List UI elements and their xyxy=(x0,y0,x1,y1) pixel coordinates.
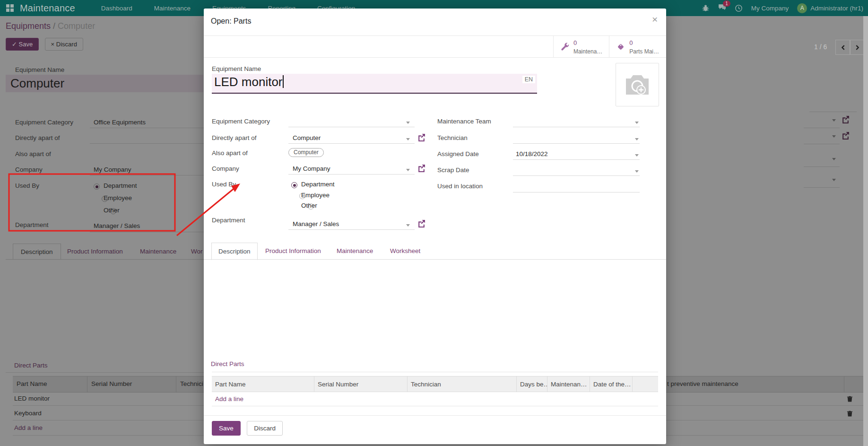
bg-radio-department[interactable] xyxy=(94,184,100,190)
bg-field-value[interactable]: My Company xyxy=(94,166,131,173)
bg-tab-product-information[interactable]: Product Information xyxy=(67,248,123,255)
breadcrumb-current: Computer xyxy=(58,21,95,31)
modal-maintenance-team-field[interactable] xyxy=(513,127,640,127)
bg-col-part-name[interactable]: Part Name xyxy=(13,376,87,392)
modal-discard-button[interactable]: Discard xyxy=(247,421,283,436)
modal-equipment-name-label: Equipment Name xyxy=(212,65,261,72)
external-link-icon[interactable] xyxy=(417,219,425,227)
messages-count-badge: 1 xyxy=(723,0,730,7)
modal-technician-label: Technician xyxy=(437,134,468,141)
col-serial-number[interactable]: Serial Number xyxy=(314,376,408,392)
modal-maintenance-team-label: Maintenance Team xyxy=(437,118,491,125)
parts-count: 0 xyxy=(629,39,633,46)
modal-used-by-label: Used By xyxy=(212,181,236,188)
modal-equipment-category-label: Equipment Category xyxy=(212,118,270,125)
messages-icon[interactable]: 1 xyxy=(718,3,726,13)
maintenance-stat-button[interactable]: 0Maintena… xyxy=(553,36,609,58)
parts-stat-label: Parts Mai… xyxy=(629,48,659,55)
equipment-image-placeholder[interactable] xyxy=(616,63,659,106)
modal-direct-parts-title: Direct Parts xyxy=(211,360,244,367)
bg-radio-label: Department xyxy=(104,182,137,189)
modal-technician-field[interactable] xyxy=(513,143,640,144)
pager-previous-button[interactable] xyxy=(835,40,851,55)
bg-field-value[interactable]: Office Equipments xyxy=(94,119,146,126)
bg-col-technician[interactable]: Technici xyxy=(176,376,204,392)
modal-used-in-location-label: Used in location xyxy=(437,183,483,190)
wrench-icon xyxy=(560,42,570,52)
apps-grid-icon[interactable] xyxy=(6,4,14,12)
bg-equipment-name-value[interactable]: Computer xyxy=(6,75,203,92)
modal-tab-description[interactable]: Description xyxy=(211,243,258,260)
also-apart-tag[interactable]: Computer xyxy=(288,148,324,157)
text-cursor xyxy=(283,75,284,88)
modal-company-label: Company xyxy=(212,165,239,172)
pager-value: 1 / 6 xyxy=(814,43,827,51)
bg-tab-maintenance[interactable]: Maintenance xyxy=(140,248,176,255)
col-technician[interactable]: Technician xyxy=(408,376,517,392)
external-link-icon[interactable] xyxy=(842,115,850,123)
bg-field-label: Equipment Category xyxy=(15,119,73,126)
modal-add-a-line-link[interactable]: Add a line xyxy=(215,395,243,402)
col-maintenance[interactable]: Maintenan… xyxy=(547,376,590,392)
bg-row-part[interactable]: Keyboard xyxy=(14,410,42,417)
debug-bug-icon[interactable] xyxy=(702,4,710,12)
modal-company-value[interactable]: My Company xyxy=(293,165,330,172)
bg-col-next-preventive-maintenance[interactable]: t preventive maintenance xyxy=(666,376,844,392)
translation-badge[interactable]: EN xyxy=(522,76,535,83)
modal-assigned-date-value[interactable]: 10/18/2022 xyxy=(516,150,548,157)
modal-directly-apart-value[interactable]: Computer xyxy=(293,134,321,141)
company-switcher[interactable]: My Company xyxy=(751,5,789,12)
bg-radio-label: Other xyxy=(104,207,120,214)
modal-assigned-date-label: Assigned Date xyxy=(437,150,479,157)
tag-icon xyxy=(616,42,625,52)
trash-icon[interactable] xyxy=(846,395,853,402)
menu-dashboard[interactable]: Dashboard xyxy=(101,5,132,12)
bg-row-part[interactable]: LED monitor xyxy=(14,395,50,402)
modal-equipment-name-input[interactable]: LED monitor EN xyxy=(212,74,537,94)
modal-tab-worksheet[interactable]: Worksheet xyxy=(383,243,427,259)
vertical-scrollbar[interactable] xyxy=(863,16,868,446)
modal-radio-department[interactable] xyxy=(291,182,297,188)
bg-discard-button[interactable]: × Discard xyxy=(45,38,83,51)
external-link-icon[interactable] xyxy=(417,133,425,141)
modal-tab-product-information[interactable]: Product Information xyxy=(259,243,328,259)
user-menu[interactable]: A Administrator (hr1) xyxy=(797,3,863,13)
pager-next-button[interactable] xyxy=(850,40,865,55)
col-days-before[interactable]: Days be… xyxy=(517,376,547,392)
screen: Maintenance Dashboard Maintenance Equipm… xyxy=(0,0,868,446)
maintenance-count: 0 xyxy=(573,39,577,46)
trash-icon[interactable] xyxy=(846,410,853,417)
bg-tab-worksheet[interactable]: Wor xyxy=(191,248,203,255)
col-date-of-the[interactable]: Date of the… xyxy=(590,376,633,392)
modal-save-button[interactable]: Save xyxy=(212,421,241,436)
modal-department-value[interactable]: Manager / Sales xyxy=(293,220,339,227)
bg-equipment-name-label: Equipment Name xyxy=(15,66,64,73)
external-link-icon[interactable] xyxy=(417,164,425,172)
menu-maintenance[interactable]: Maintenance xyxy=(154,5,191,12)
modal-directly-apart-label: Directly apart of xyxy=(212,134,257,141)
bg-field-label: Directly apart of xyxy=(15,134,60,141)
app-brand[interactable]: Maintenance xyxy=(20,3,75,14)
bg-department-value[interactable]: Manager / Sales xyxy=(94,222,140,229)
maintenance-stat-label: Maintena… xyxy=(573,48,602,55)
external-link-icon[interactable] xyxy=(842,131,850,140)
user-name: Administrator (hr1) xyxy=(810,5,863,12)
bg-col-serial-number[interactable]: Serial Number xyxy=(87,376,176,392)
modal-radio-label: Other xyxy=(301,202,317,209)
parts-maintenance-stat-button[interactable]: 0Parts Mai… xyxy=(609,36,666,58)
modal-scrap-date-label: Scrap Date xyxy=(437,166,469,174)
bg-save-button[interactable]: ✓ Save xyxy=(6,38,39,51)
modal-scrap-date-field[interactable] xyxy=(513,175,640,176)
modal-tab-maintenance[interactable]: Maintenance xyxy=(330,243,380,259)
modal-close-icon[interactable]: × xyxy=(652,16,658,23)
bg-direct-parts-title: Direct Parts xyxy=(14,362,48,369)
bg-add-a-line-link[interactable]: Add a line xyxy=(14,424,43,431)
open-parts-modal: Open: Parts × 0Maintena… 0Parts Mai… Equ… xyxy=(204,9,666,444)
modal-used-in-location-field[interactable] xyxy=(513,192,640,192)
modal-also-apart-label: Also apart of xyxy=(212,149,248,157)
modal-equipment-category-field[interactable] xyxy=(288,127,415,127)
col-part-name[interactable]: Part Name xyxy=(212,376,314,392)
bg-tab-description[interactable]: Description xyxy=(13,244,61,260)
breadcrumb-equipments[interactable]: Equipments xyxy=(6,21,51,31)
activities-clock-icon[interactable] xyxy=(735,4,743,12)
